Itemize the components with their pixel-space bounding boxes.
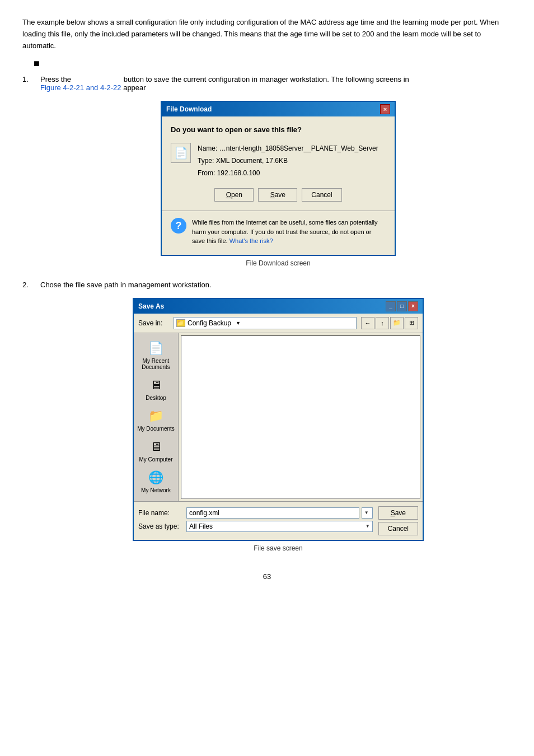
sidebar-item-network[interactable]: 🌐 My Network <box>136 467 176 496</box>
dialog-divider <box>162 211 395 211</box>
filetype-input-wrap: All Files ▼ <box>186 521 373 532</box>
dialog-title: File Download <box>166 105 212 113</box>
figure-link[interactable]: Figure 4-2-21 and 4-2-22 <box>40 83 121 92</box>
step-number-1: 1. <box>22 75 36 83</box>
filetype-value: All Files <box>189 522 213 530</box>
folder-dropdown[interactable]: 📁 Config Backup ▼ <box>174 317 357 329</box>
filename-input[interactable] <box>186 507 359 519</box>
step-2: 2. Chose the file save path in managemen… <box>22 281 512 289</box>
desktop-icon: 🖥 <box>147 377 165 394</box>
sidebar-item-documents[interactable]: 📁 My Documents <box>136 405 176 434</box>
step-2-content: Chose the file save path in management w… <box>40 281 512 289</box>
recent-docs-icon: 📄 <box>147 340 165 357</box>
my-network-label: My Network <box>141 487 171 493</box>
filetype-row: Save as type: All Files ▼ <box>138 521 373 532</box>
filename-label: File name: <box>138 509 183 517</box>
save-body: 📄 My RecentDocuments 🖥 Desktop 📁 My Docu… <box>134 333 423 501</box>
save-as-dialog-wrapper: Save As _ □ × Save in: 📁 Config Backup ▼… <box>45 298 512 561</box>
new-folder-button[interactable]: 📁 <box>390 317 404 329</box>
file-download-dialog-wrapper: File Download × Do you want to open or s… <box>45 101 512 276</box>
step-1-content: Press the button to save the current con… <box>40 75 512 92</box>
file-icon: 📄 <box>171 143 191 163</box>
filetype-label: Save as type: <box>138 522 183 530</box>
step-2-text: Chose the file save path in management w… <box>40 281 212 289</box>
from-label: From: <box>198 169 215 177</box>
step-1-prefix: Press the <box>40 75 71 83</box>
maximize-button[interactable]: □ <box>397 301 407 311</box>
save-as-caption: File save screen <box>254 544 302 552</box>
footer-form: File name: ▼ Save as type: All Files ▼ <box>138 507 373 534</box>
step-1-suffix: button to save the current configuration… <box>124 75 409 83</box>
filename-dropdown[interactable]: ▼ <box>362 507 373 519</box>
my-documents-icon: 📁 <box>147 408 165 424</box>
step-number-2: 2. <box>22 281 36 289</box>
dialog-body: Do you want to open or save this file? 📄… <box>162 116 395 254</box>
filename-input-wrap: ▼ <box>186 507 373 519</box>
save-toolbar: Save in: 📁 Config Backup ▼ ← ↑ 📁 ⊞ <box>134 314 423 333</box>
warning-icon: ? <box>171 218 186 234</box>
desktop-label: Desktop <box>146 395 166 401</box>
folder-name: Config Backup <box>188 319 231 327</box>
up-button[interactable]: ↑ <box>376 317 389 329</box>
my-documents-label: My Documents <box>137 426 175 432</box>
cancel-button[interactable]: Cancel <box>302 188 341 202</box>
open-button[interactable]: OOpenpen <box>214 188 254 202</box>
minimize-button[interactable]: _ <box>386 301 396 311</box>
save-button[interactable]: Save <box>258 188 297 202</box>
name-label: Name: <box>198 144 217 152</box>
dialog-close-button[interactable]: × <box>380 104 390 114</box>
dialog-warning: ? While files from the Internet can be u… <box>171 218 386 246</box>
risk-link[interactable]: What's the risk? <box>229 237 273 244</box>
step-1-appear: appear <box>123 83 146 92</box>
save-in-label: Save in: <box>138 319 169 327</box>
file-type-row: Type: XML Document, 17.6KB <box>198 155 378 167</box>
my-computer-label: My Computer <box>139 456 172 463</box>
folder-icon: 📁 <box>176 319 185 327</box>
back-button[interactable]: ← <box>361 317 374 329</box>
save-as-dialog: Save As _ □ × Save in: 📁 Config Backup ▼… <box>133 298 424 541</box>
step-1: 1. Press the button to save the current … <box>22 75 512 92</box>
page-number: 63 <box>22 572 512 581</box>
filename-row: File name: ▼ <box>138 507 373 519</box>
dropdown-arrow-icon: ▼ <box>236 320 241 326</box>
dropdown-arrow-icon: ▼ <box>364 510 369 515</box>
recent-docs-label: My RecentDocuments <box>142 358 170 370</box>
type-label: Type: <box>198 157 214 165</box>
bullet-item: ■ <box>34 58 512 68</box>
save-sidebar: 📄 My RecentDocuments 🖥 Desktop 📁 My Docu… <box>134 333 179 501</box>
sidebar-item-recent[interactable]: 📄 My RecentDocuments <box>136 338 176 372</box>
dialog-titlebar: File Download × <box>162 102 395 116</box>
save-titlebar: Save As _ □ × <box>134 299 423 314</box>
dialog-file-info: 📄 Name: …ntent-length_18058Server__PLANE… <box>171 143 386 179</box>
sidebar-item-desktop[interactable]: 🖥 Desktop <box>136 375 176 403</box>
save-file-area <box>181 335 420 499</box>
titlebar-controls: _ □ × <box>386 301 418 311</box>
warning-content: While files from the Internet can be use… <box>192 218 386 246</box>
sidebar-item-computer[interactable]: 🖥 My Computer <box>136 436 176 465</box>
file-download-caption: File Download screen <box>246 259 310 267</box>
warning-text: While files from the Internet can be use… <box>192 219 377 244</box>
save-footer: File name: ▼ Save as type: All Files ▼ <box>134 501 423 540</box>
dialog-action-buttons: OOpenpen Save Cancel <box>171 188 386 202</box>
dialog-question: Do you want to open or save this file? <box>171 125 386 134</box>
save-dialog-title: Save As <box>138 302 164 310</box>
footer-buttons: Save Cancel <box>378 506 418 535</box>
body-paragraph: The example below shows a small configur… <box>22 17 512 52</box>
my-computer-icon: 🖥 <box>147 438 165 455</box>
file-from-row: From: 192.168.0.100 <box>198 167 378 180</box>
file-details: Name: …ntent-length_18058Server__PLANET_… <box>198 143 378 179</box>
type-value: XML Document, 17.6KB <box>216 157 288 165</box>
from-value: 192.168.0.100 <box>217 169 260 177</box>
toolbar-action-icons: ← ↑ 📁 ⊞ <box>361 317 418 329</box>
filetype-arrow-icon: ▼ <box>366 524 370 529</box>
my-network-icon: 🌐 <box>147 469 165 486</box>
dialog-save-button[interactable]: Save <box>378 506 418 520</box>
file-name-row: Name: …ntent-length_18058Server__PLANET_… <box>198 143 378 155</box>
views-button[interactable]: ⊞ <box>405 317 418 329</box>
name-value: …ntent-length_18058Server__PLANET_Web_Se… <box>219 144 378 152</box>
file-download-dialog: File Download × Do you want to open or s… <box>161 101 396 255</box>
filetype-dropdown[interactable]: All Files ▼ <box>186 521 373 532</box>
dialog-cancel-button[interactable]: Cancel <box>378 522 418 535</box>
close-button[interactable]: × <box>408 301 418 311</box>
